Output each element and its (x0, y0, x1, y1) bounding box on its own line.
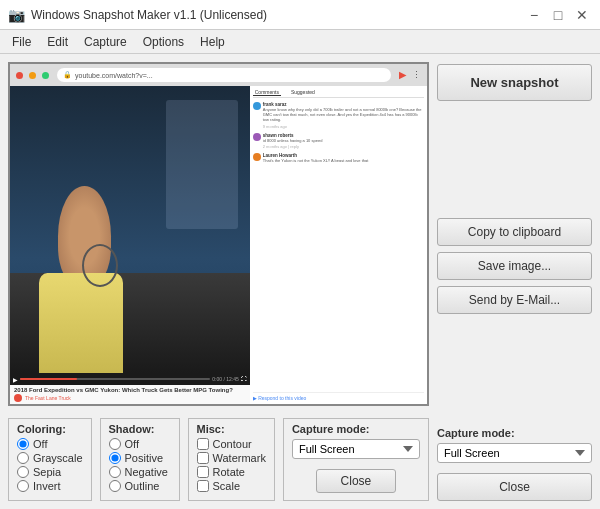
video-info: 2018 Ford Expedition vs GMC Yukon: Which… (10, 385, 250, 404)
menu-options[interactable]: Options (135, 33, 192, 51)
comments-side: Comments Suggested frank saraz Anyone kn… (250, 86, 427, 404)
close-button[interactable]: ✕ (572, 5, 592, 25)
channel-avatar (14, 394, 22, 402)
misc-watermark[interactable]: Watermark (197, 452, 266, 464)
comment-body-1: frank saraz Anyone know why they only di… (263, 102, 424, 129)
misc-rotate-checkbox[interactable] (197, 466, 209, 478)
coloring-invert[interactable]: Invert (17, 480, 83, 492)
comment-item: shawn roberts id 8000 unless having a 10… (253, 133, 424, 149)
coloring-label: Coloring: (17, 423, 83, 435)
suggested-tab: Suggested (289, 89, 317, 96)
shadow-group: Shadow: Off Positive Negative Outline (100, 418, 180, 501)
coloring-off-radio[interactable] (17, 438, 29, 450)
coloring-sepia-radio[interactable] (17, 466, 29, 478)
comment-avatar-2 (253, 133, 261, 141)
comment-text-3: That's the Yukon is not the Yukon XL!! A… (263, 158, 424, 163)
menu-bar: File Edit Capture Options Help (0, 30, 600, 54)
shadow-negative[interactable]: Negative (109, 466, 171, 478)
misc-group: Misc: Contour Watermark Rotate Scale (188, 418, 275, 501)
shadow-off[interactable]: Off (109, 438, 171, 450)
comment-text-2: id 8000 unless having a 10 speed (263, 138, 424, 143)
channel-name: The Fast Lane Truck (25, 395, 71, 401)
new-snapshot-button[interactable]: New snapshot (437, 64, 592, 101)
capture-mode-group-bottom: Capture mode: Full Screen Window Region … (283, 418, 429, 501)
screenshot-preview: 🔒 youtube.com/watch?v=... ▶ ⋮ (10, 64, 427, 404)
preview-box: 🔒 youtube.com/watch?v=... ▶ ⋮ (8, 62, 429, 406)
shadow-outline-radio[interactable] (109, 480, 121, 492)
video-title: 2018 Ford Expedition vs GMC Yukon: Which… (14, 387, 246, 393)
comment-body-2: shawn roberts id 8000 unless having a 10… (263, 133, 424, 149)
browser-bar: 🔒 youtube.com/watch?v=... ▶ ⋮ (10, 64, 427, 86)
capture-mode-group-right: Capture mode: Full Screen Window Region … (437, 427, 592, 463)
save-image-button[interactable]: Save image... (437, 252, 592, 280)
channel-row: The Fast Lane Truck (14, 394, 246, 402)
menu-file[interactable]: File (4, 33, 39, 51)
shadow-off-radio[interactable] (109, 438, 121, 450)
shadow-label: Shadow: (109, 423, 171, 435)
copy-to-clipboard-button[interactable]: Copy to clipboard (437, 218, 592, 246)
shadow-positive-radio[interactable] (109, 452, 121, 464)
shadow-outline[interactable]: Outline (109, 480, 171, 492)
minimize-button[interactable]: − (524, 5, 544, 25)
preview-panel: 🔒 youtube.com/watch?v=... ▶ ⋮ (8, 62, 429, 501)
coloring-off[interactable]: Off (17, 438, 83, 450)
comment-body-3: Lauren Howarth That's the Yukon is not t… (263, 153, 424, 163)
coloring-invert-radio[interactable] (17, 480, 29, 492)
menu-edit[interactable]: Edit (39, 33, 76, 51)
misc-rotate[interactable]: Rotate (197, 466, 266, 478)
close-button-right[interactable]: Close (437, 473, 592, 501)
coloring-group: Coloring: Off Grayscale Sepia Invert (8, 418, 92, 501)
coloring-grayscale-radio[interactable] (17, 452, 29, 464)
capture-mode-select-right[interactable]: Full Screen Window Region Custom (437, 443, 592, 463)
comments-tab: Comments (253, 89, 281, 96)
misc-contour-checkbox[interactable] (197, 438, 209, 450)
right-panel: New snapshot Copy to clipboard Save imag… (437, 62, 592, 501)
app-title: Windows Snapshot Maker v1.1 (Unlicensed) (31, 8, 267, 22)
comment-item: frank saraz Anyone know why they only di… (253, 102, 424, 129)
send-by-email-button[interactable]: Send by E-Mail... (437, 286, 592, 314)
capture-mode-select-bottom[interactable]: Full Screen Window Region Custom (292, 439, 420, 459)
capture-mode-label-right: Capture mode: (437, 427, 592, 439)
app-icon: 📷 (8, 7, 25, 23)
misc-contour[interactable]: Contour (197, 438, 266, 450)
comment-time-2: 2 months ago | reply (263, 144, 424, 149)
comment-avatar-1 (253, 102, 261, 110)
coloring-grayscale[interactable]: Grayscale (17, 452, 83, 464)
url-bar: 🔒 youtube.com/watch?v=... (57, 68, 391, 82)
coloring-sepia[interactable]: Sepia (17, 466, 83, 478)
comment-item: Lauren Howarth That's the Yukon is not t… (253, 153, 424, 163)
main-content: 🔒 youtube.com/watch?v=... ▶ ⋮ (0, 54, 600, 509)
menu-help[interactable]: Help (192, 33, 233, 51)
shadow-positive[interactable]: Positive (109, 452, 171, 464)
comment-time-1: 9 months ago (263, 124, 424, 129)
capture-mode-label-bottom: Capture mode: (292, 423, 420, 435)
maximize-button[interactable]: □ (548, 5, 568, 25)
yt-inner: ▶ 0:00 / 12:45 ⛶ 2018 Ford Expedition vs… (10, 86, 427, 404)
shadow-negative-radio[interactable] (109, 466, 121, 478)
video-controls-bar: ▶ 0:00 / 12:45 ⛶ (10, 373, 250, 385)
window-controls: − □ ✕ (524, 5, 592, 25)
comment-text-1: Anyone know why they only did a 700lb tr… (263, 107, 424, 123)
video-side: ▶ 0:00 / 12:45 ⛶ 2018 Ford Expedition vs… (10, 86, 250, 404)
video-frame (10, 86, 250, 373)
menu-capture[interactable]: Capture (76, 33, 135, 51)
close-button-bottom[interactable]: Close (316, 469, 396, 493)
misc-scale-checkbox[interactable] (197, 480, 209, 492)
options-panel: Coloring: Off Grayscale Sepia Invert (8, 414, 429, 501)
misc-scale[interactable]: Scale (197, 480, 266, 492)
misc-watermark-checkbox[interactable] (197, 452, 209, 464)
comments-tabs: Comments Suggested (253, 89, 424, 98)
comment-avatar-3 (253, 153, 261, 161)
title-bar: 📷 Windows Snapshot Maker v1.1 (Unlicense… (0, 0, 600, 30)
misc-label: Misc: (197, 423, 266, 435)
